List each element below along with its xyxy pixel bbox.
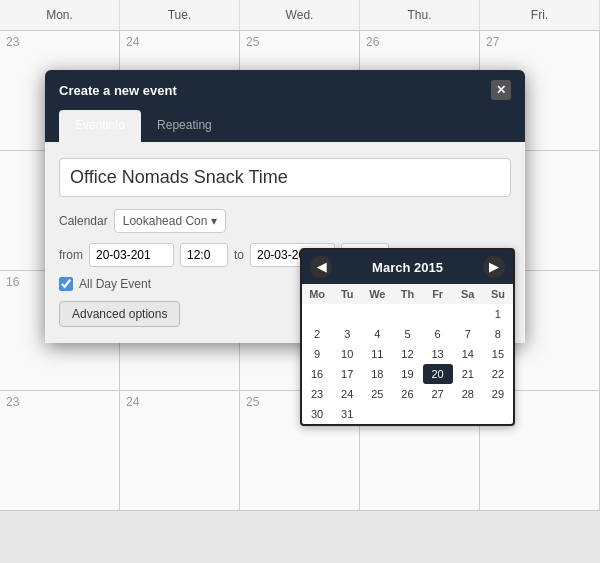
mini-cal-day[interactable]: 6 (423, 324, 453, 344)
mini-cal-day (302, 304, 332, 324)
mini-cal-day[interactable]: 15 (483, 344, 513, 364)
calendar-select[interactable]: Lookahead Con ▾ (114, 209, 226, 233)
cal-cell: 24 (120, 391, 240, 510)
mini-cal-day[interactable]: 16 (302, 364, 332, 384)
mini-cal-header: ◀ March 2015 ▶ (302, 250, 513, 284)
tab-eventinfo[interactable]: Eventinfo (59, 110, 141, 142)
mini-cal-day[interactable]: 5 (392, 324, 422, 344)
day-mon: Mon. (0, 0, 120, 30)
dow-we: We (362, 284, 392, 304)
next-month-button[interactable]: ▶ (483, 256, 505, 278)
mini-cal-day[interactable]: 12 (392, 344, 422, 364)
mini-cal-day (392, 304, 422, 324)
mini-cal-day[interactable]: 4 (362, 324, 392, 344)
mini-cal-day[interactable]: 7 (453, 324, 483, 344)
dow-th: Th (392, 284, 422, 304)
mini-cal-day[interactable]: 30 (302, 404, 332, 424)
mini-cal-title: March 2015 (372, 260, 443, 275)
prev-month-button[interactable]: ◀ (310, 256, 332, 278)
from-label: from (59, 248, 83, 262)
mini-cal-day[interactable]: 24 (332, 384, 362, 404)
advanced-options-button[interactable]: Advanced options (59, 301, 180, 327)
mini-cal-day (332, 304, 362, 324)
mini-cal-day[interactable]: 11 (362, 344, 392, 364)
mini-cal-days: 1234567891011121314151617181920212223242… (302, 304, 513, 424)
mini-cal-day[interactable]: 1 (483, 304, 513, 324)
mini-cal-day[interactable]: 20 (423, 364, 453, 384)
day-wed: Wed. (240, 0, 360, 30)
mini-cal-day[interactable]: 25 (362, 384, 392, 404)
mini-cal-day[interactable]: 17 (332, 364, 362, 384)
close-button[interactable]: ✕ (491, 80, 511, 100)
mini-cal-day[interactable]: 19 (392, 364, 422, 384)
calendar-field-row: Calendar Lookahead Con ▾ (59, 209, 511, 233)
day-tue: Tue. (120, 0, 240, 30)
mini-cal-day (362, 404, 392, 424)
mini-cal-day[interactable]: 29 (483, 384, 513, 404)
day-fri: Fri. (480, 0, 600, 30)
mini-cal-day[interactable]: 8 (483, 324, 513, 344)
from-time-input[interactable] (180, 243, 228, 267)
mini-cal-day[interactable]: 3 (332, 324, 362, 344)
dow-su: Su (483, 284, 513, 304)
mini-cal-day[interactable]: 9 (302, 344, 332, 364)
mini-cal-day[interactable]: 13 (423, 344, 453, 364)
modal-title: Create a new event (59, 83, 177, 98)
dow-sa: Sa (453, 284, 483, 304)
mini-cal-day (453, 304, 483, 324)
dow-tu: Tu (332, 284, 362, 304)
to-label: to (234, 248, 244, 262)
mini-cal-day (362, 304, 392, 324)
mini-cal-dow: Mo Tu We Th Fr Sa Su (302, 284, 513, 304)
cal-cell: 23 (0, 391, 120, 510)
mini-cal-day (423, 304, 453, 324)
all-day-label: All Day Event (79, 277, 151, 291)
mini-cal-day (453, 404, 483, 424)
from-date-input[interactable] (89, 243, 174, 267)
day-thu: Thu. (360, 0, 480, 30)
mini-cal-day[interactable]: 2 (302, 324, 332, 344)
tabs-container: Eventinfo Repeating (45, 110, 525, 142)
mini-cal-day[interactable]: 23 (302, 384, 332, 404)
mini-cal-day[interactable]: 14 (453, 344, 483, 364)
tab-repeating[interactable]: Repeating (141, 110, 228, 142)
mini-cal-day (392, 404, 422, 424)
mini-cal-day[interactable]: 28 (453, 384, 483, 404)
mini-cal-day[interactable]: 18 (362, 364, 392, 384)
dow-mo: Mo (302, 284, 332, 304)
mini-cal-day[interactable]: 21 (453, 364, 483, 384)
mini-cal-day[interactable]: 10 (332, 344, 362, 364)
mini-cal-day[interactable]: 31 (332, 404, 362, 424)
all-day-checkbox[interactable] (59, 277, 73, 291)
mini-cal-day[interactable]: 26 (392, 384, 422, 404)
modal-header: Create a new event ✕ (45, 70, 525, 110)
event-name-input[interactable] (59, 158, 511, 197)
calendar-label: Calendar (59, 214, 108, 228)
calendar-header: Mon. Tue. Wed. Thu. Fri. (0, 0, 600, 31)
mini-cal-day (483, 404, 513, 424)
mini-cal-day[interactable]: 27 (423, 384, 453, 404)
mini-cal-day (423, 404, 453, 424)
mini-cal-day[interactable]: 22 (483, 364, 513, 384)
mini-calendar: ◀ March 2015 ▶ Mo Tu We Th Fr Sa Su 1234… (300, 248, 515, 426)
dow-fr: Fr (423, 284, 453, 304)
